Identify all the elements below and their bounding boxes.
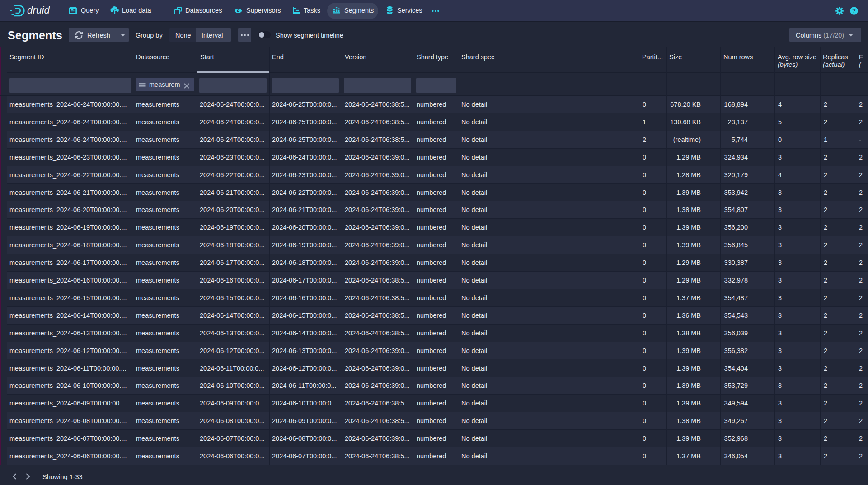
svg-text:?: ? [852, 8, 856, 14]
